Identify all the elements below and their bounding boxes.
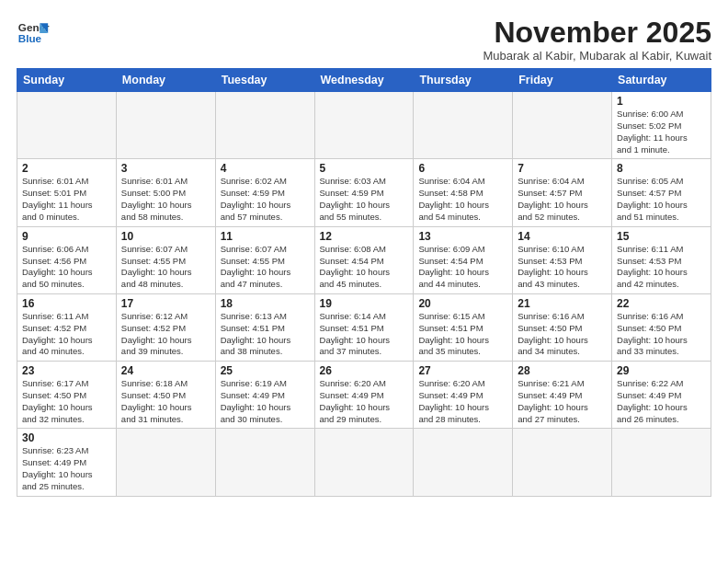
day-number: 7 bbox=[518, 162, 607, 175]
day-info: Sunrise: 6:19 AM Sunset: 4:49 PM Dayligh… bbox=[221, 378, 310, 425]
day-info: Sunrise: 6:07 AM Sunset: 4:55 PM Dayligh… bbox=[121, 244, 210, 291]
calendar-cell: 30Sunrise: 6:23 AM Sunset: 4:49 PM Dayli… bbox=[17, 429, 117, 496]
day-info: Sunrise: 6:08 AM Sunset: 4:54 PM Dayligh… bbox=[320, 244, 409, 291]
day-info: Sunrise: 6:11 AM Sunset: 4:53 PM Dayligh… bbox=[617, 244, 706, 291]
day-info: Sunrise: 6:20 AM Sunset: 4:49 PM Dayligh… bbox=[418, 378, 507, 425]
day-number: 16 bbox=[22, 297, 111, 310]
day-number: 26 bbox=[320, 364, 409, 377]
day-number: 23 bbox=[22, 364, 111, 377]
calendar-cell bbox=[414, 429, 513, 496]
day-number: 24 bbox=[121, 364, 210, 377]
day-number: 12 bbox=[320, 230, 409, 243]
weekday-header-monday: Monday bbox=[116, 69, 215, 92]
calendar-cell: 19Sunrise: 6:14 AM Sunset: 4:51 PM Dayli… bbox=[314, 293, 414, 361]
day-info: Sunrise: 6:04 AM Sunset: 4:58 PM Dayligh… bbox=[418, 176, 507, 223]
weekday-header-sunday: Sunday bbox=[17, 69, 117, 92]
calendar-cell bbox=[314, 92, 414, 159]
calendar-cell: 14Sunrise: 6:10 AM Sunset: 4:53 PM Dayli… bbox=[513, 226, 612, 293]
month-title: November 2025 bbox=[483, 17, 711, 49]
calendar-cell: 11Sunrise: 6:07 AM Sunset: 4:55 PM Dayli… bbox=[215, 226, 314, 293]
calendar-week-3: 9Sunrise: 6:06 AM Sunset: 4:56 PM Daylig… bbox=[17, 226, 711, 293]
day-info: Sunrise: 6:13 AM Sunset: 4:51 PM Dayligh… bbox=[221, 311, 310, 358]
weekday-header-wednesday: Wednesday bbox=[314, 69, 414, 92]
day-info: Sunrise: 6:16 AM Sunset: 4:50 PM Dayligh… bbox=[617, 311, 706, 358]
calendar-cell bbox=[116, 429, 215, 496]
calendar-cell bbox=[513, 92, 612, 159]
weekday-header-row: SundayMondayTuesdayWednesdayThursdayFrid… bbox=[17, 69, 711, 92]
day-number: 4 bbox=[221, 162, 310, 175]
day-number: 5 bbox=[320, 162, 409, 175]
logo-icon: General Blue bbox=[17, 17, 50, 50]
day-number: 15 bbox=[617, 230, 706, 243]
day-number: 28 bbox=[518, 364, 607, 377]
calendar-cell bbox=[314, 429, 414, 496]
calendar-cell: 25Sunrise: 6:19 AM Sunset: 4:49 PM Dayli… bbox=[215, 362, 314, 429]
day-info: Sunrise: 6:03 AM Sunset: 4:59 PM Dayligh… bbox=[320, 176, 409, 223]
day-info: Sunrise: 6:01 AM Sunset: 5:00 PM Dayligh… bbox=[121, 176, 210, 223]
day-number: 20 bbox=[418, 297, 507, 310]
day-number: 10 bbox=[121, 230, 210, 243]
day-info: Sunrise: 6:12 AM Sunset: 4:52 PM Dayligh… bbox=[121, 311, 210, 358]
calendar-cell: 20Sunrise: 6:15 AM Sunset: 4:51 PM Dayli… bbox=[414, 293, 513, 361]
day-info: Sunrise: 6:07 AM Sunset: 4:55 PM Dayligh… bbox=[221, 244, 310, 291]
day-number: 2 bbox=[22, 162, 111, 175]
day-info: Sunrise: 6:20 AM Sunset: 4:49 PM Dayligh… bbox=[320, 378, 409, 425]
day-info: Sunrise: 6:02 AM Sunset: 4:59 PM Dayligh… bbox=[221, 176, 310, 223]
calendar-week-5: 23Sunrise: 6:17 AM Sunset: 4:50 PM Dayli… bbox=[17, 362, 711, 429]
day-number: 22 bbox=[617, 297, 706, 310]
calendar-cell bbox=[215, 92, 314, 159]
day-number: 27 bbox=[418, 364, 507, 377]
logo: General Blue bbox=[17, 17, 50, 50]
day-info: Sunrise: 6:17 AM Sunset: 4:50 PM Dayligh… bbox=[22, 378, 111, 425]
day-info: Sunrise: 6:14 AM Sunset: 4:51 PM Dayligh… bbox=[320, 311, 409, 358]
calendar-page: General Blue November 2025 Mubarak al Ka… bbox=[0, 0, 728, 563]
calendar-cell: 17Sunrise: 6:12 AM Sunset: 4:52 PM Dayli… bbox=[116, 293, 215, 361]
calendar-week-1: 1Sunrise: 6:00 AM Sunset: 5:02 PM Daylig… bbox=[17, 92, 711, 159]
day-info: Sunrise: 6:11 AM Sunset: 4:52 PM Dayligh… bbox=[22, 311, 111, 358]
day-number: 9 bbox=[22, 230, 111, 243]
calendar-cell: 21Sunrise: 6:16 AM Sunset: 4:50 PM Dayli… bbox=[513, 293, 612, 361]
header: General Blue November 2025 Mubarak al Ka… bbox=[17, 17, 711, 63]
calendar-cell: 28Sunrise: 6:21 AM Sunset: 4:49 PM Dayli… bbox=[513, 362, 612, 429]
day-info: Sunrise: 6:00 AM Sunset: 5:02 PM Dayligh… bbox=[617, 109, 706, 155]
day-info: Sunrise: 6:05 AM Sunset: 4:57 PM Dayligh… bbox=[617, 176, 706, 223]
day-info: Sunrise: 6:04 AM Sunset: 4:57 PM Dayligh… bbox=[518, 176, 607, 223]
day-number: 18 bbox=[221, 297, 310, 310]
calendar-cell bbox=[513, 429, 612, 496]
day-info: Sunrise: 6:10 AM Sunset: 4:53 PM Dayligh… bbox=[518, 244, 607, 291]
day-number: 11 bbox=[221, 230, 310, 243]
day-number: 17 bbox=[121, 297, 210, 310]
calendar-week-6: 30Sunrise: 6:23 AM Sunset: 4:49 PM Dayli… bbox=[17, 429, 711, 496]
location-subtitle: Mubarak al Kabir, Mubarak al Kabir, Kuwa… bbox=[483, 49, 711, 63]
day-number: 14 bbox=[518, 230, 607, 243]
calendar-cell: 27Sunrise: 6:20 AM Sunset: 4:49 PM Dayli… bbox=[414, 362, 513, 429]
weekday-header-saturday: Saturday bbox=[612, 69, 711, 92]
day-number: 13 bbox=[418, 230, 507, 243]
day-number: 29 bbox=[617, 364, 706, 377]
calendar-cell: 2Sunrise: 6:01 AM Sunset: 5:01 PM Daylig… bbox=[17, 159, 117, 226]
calendar-cell: 12Sunrise: 6:08 AM Sunset: 4:54 PM Dayli… bbox=[314, 226, 414, 293]
calendar-cell bbox=[414, 92, 513, 159]
calendar-cell: 3Sunrise: 6:01 AM Sunset: 5:00 PM Daylig… bbox=[116, 159, 215, 226]
calendar-cell: 16Sunrise: 6:11 AM Sunset: 4:52 PM Dayli… bbox=[17, 293, 117, 361]
calendar-cell: 23Sunrise: 6:17 AM Sunset: 4:50 PM Dayli… bbox=[17, 362, 117, 429]
svg-text:Blue: Blue bbox=[18, 32, 42, 44]
calendar-cell: 6Sunrise: 6:04 AM Sunset: 4:58 PM Daylig… bbox=[414, 159, 513, 226]
calendar-cell: 7Sunrise: 6:04 AM Sunset: 4:57 PM Daylig… bbox=[513, 159, 612, 226]
day-number: 21 bbox=[518, 297, 607, 310]
day-number: 25 bbox=[221, 364, 310, 377]
day-number: 8 bbox=[617, 162, 706, 175]
calendar-cell: 26Sunrise: 6:20 AM Sunset: 4:49 PM Dayli… bbox=[314, 362, 414, 429]
calendar-cell: 29Sunrise: 6:22 AM Sunset: 4:49 PM Dayli… bbox=[612, 362, 711, 429]
day-info: Sunrise: 6:06 AM Sunset: 4:56 PM Dayligh… bbox=[22, 244, 111, 291]
calendar-cell bbox=[116, 92, 215, 159]
weekday-header-tuesday: Tuesday bbox=[215, 69, 314, 92]
day-number: 3 bbox=[121, 162, 210, 175]
calendar-cell: 15Sunrise: 6:11 AM Sunset: 4:53 PM Dayli… bbox=[612, 226, 711, 293]
day-info: Sunrise: 6:16 AM Sunset: 4:50 PM Dayligh… bbox=[518, 311, 607, 358]
day-info: Sunrise: 6:09 AM Sunset: 4:54 PM Dayligh… bbox=[418, 244, 507, 291]
weekday-header-friday: Friday bbox=[513, 69, 612, 92]
day-info: Sunrise: 6:18 AM Sunset: 4:50 PM Dayligh… bbox=[121, 378, 210, 425]
day-info: Sunrise: 6:22 AM Sunset: 4:49 PM Dayligh… bbox=[617, 378, 706, 425]
weekday-header-thursday: Thursday bbox=[414, 69, 513, 92]
